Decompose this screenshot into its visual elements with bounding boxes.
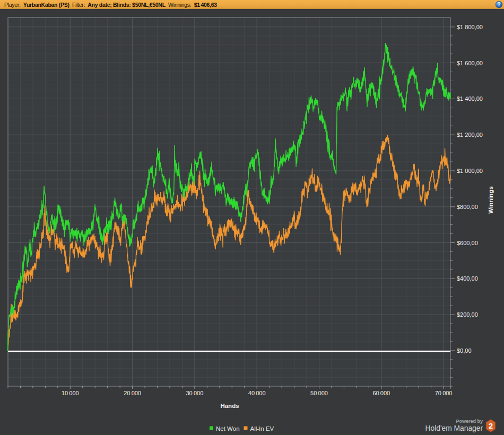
svg-text:All-In EV: All-In EV xyxy=(250,425,274,432)
svg-text:Hold'em Manager: Hold'em Manager xyxy=(425,424,483,432)
svg-text:Powered by: Powered by xyxy=(456,419,483,424)
svg-text:$1 400,00: $1 400,00 xyxy=(457,95,483,102)
svg-text:$0,00: $0,00 xyxy=(457,347,472,354)
svg-text:30 000: 30 000 xyxy=(186,390,204,396)
svg-text:10 000: 10 000 xyxy=(62,390,79,396)
svg-text:Winnings: Winnings xyxy=(488,186,494,214)
svg-text:40 000: 40 000 xyxy=(248,390,266,396)
svg-text:$200,00: $200,00 xyxy=(457,311,478,318)
svg-text:$400,00: $400,00 xyxy=(457,275,478,282)
svg-text:$1 800,00: $1 800,00 xyxy=(457,24,483,30)
svg-text:60 000: 60 000 xyxy=(372,390,390,396)
svg-text:$1 200,00: $1 200,00 xyxy=(457,132,483,138)
svg-text:?: ? xyxy=(497,2,500,7)
svg-text:$1 000,00: $1 000,00 xyxy=(457,168,483,174)
svg-text:Net Won: Net Won xyxy=(216,425,240,432)
svg-text:$800,00: $800,00 xyxy=(457,204,478,210)
svg-text:70 000: 70 000 xyxy=(435,390,453,396)
svg-text:2: 2 xyxy=(489,422,493,430)
svg-text:$1 600,00: $1 600,00 xyxy=(457,60,483,66)
svg-text:$600,00: $600,00 xyxy=(457,240,478,246)
svg-text:Hands: Hands xyxy=(220,403,239,409)
svg-text:Player: YurbanKaban (PS) Fil: Player: YurbanKaban (PS) Filter: Any dat… xyxy=(4,2,217,8)
svg-text:50 000: 50 000 xyxy=(310,390,328,396)
svg-text:20 000: 20 000 xyxy=(124,390,141,396)
